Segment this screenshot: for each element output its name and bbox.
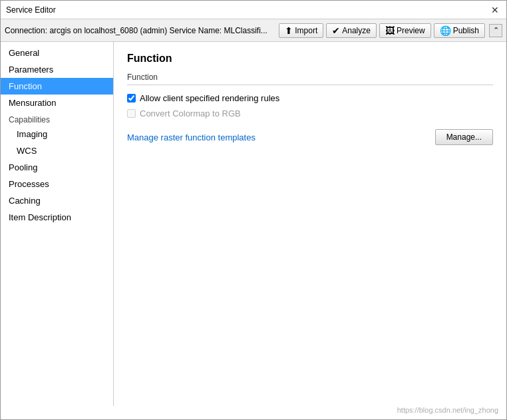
sidebar-item-imaging[interactable]: Imaging — [1, 126, 113, 142]
watermark: https://blog.csdn.net/ing_zhong — [397, 406, 498, 414]
preview-label: Preview — [397, 26, 425, 35]
sidebar-item-pooling[interactable]: Pooling — [1, 159, 113, 176]
allow-rendering-label[interactable]: Allow client specified rendering rules — [140, 93, 279, 103]
preview-icon: 🖼 — [385, 25, 395, 36]
window-title: Service Editor — [6, 5, 56, 15]
collapse-button[interactable]: ⌃ — [489, 24, 502, 37]
title-bar: Service Editor ✕ — [1, 1, 506, 19]
manage-row: Manage raster function templates Manage.… — [127, 129, 493, 145]
checkbox-row-2: Convert Colormap to RGB — [127, 108, 493, 118]
service-editor-window: Service Editor ✕ Connection: arcgis on l… — [0, 0, 507, 420]
section-label: Function — [127, 73, 493, 82]
sidebar-item-caching[interactable]: Caching — [1, 192, 113, 209]
toolbar: Connection: arcgis on localhost_6080 (ad… — [1, 19, 506, 42]
convert-colormap-label: Convert Colormap to RGB — [140, 108, 241, 118]
sidebar-item-item-description[interactable]: Item Description — [1, 209, 113, 226]
import-icon: ⬆ — [285, 25, 293, 36]
manage-raster-link[interactable]: Manage raster function templates — [127, 132, 255, 142]
main-content: Function Function Allow client specified… — [114, 42, 506, 406]
analyze-button[interactable]: ✔ Analyze — [326, 23, 377, 38]
publish-icon: 🌐 — [440, 25, 451, 36]
section-divider — [127, 85, 493, 85]
sidebar: General Parameters Function Mensuration … — [1, 42, 114, 406]
convert-colormap-checkbox[interactable] — [127, 109, 136, 118]
sidebar-item-general[interactable]: General — [1, 45, 113, 61]
publish-button[interactable]: 🌐 Publish — [434, 23, 485, 38]
footer: https://blog.csdn.net/ing_zhong — [1, 406, 506, 419]
connection-label: Connection: arcgis on localhost_6080 (ad… — [5, 26, 276, 35]
manage-button[interactable]: Manage... — [435, 129, 493, 145]
preview-button[interactable]: 🖼 Preview — [379, 23, 431, 38]
import-button[interactable]: ⬆ Import — [279, 23, 323, 38]
sidebar-item-wcs[interactable]: WCS — [1, 142, 113, 159]
close-button[interactable]: ✕ — [489, 4, 501, 16]
publish-label: Publish — [453, 26, 479, 35]
analyze-icon: ✔ — [332, 25, 340, 36]
sidebar-item-processes[interactable]: Processes — [1, 176, 113, 192]
page-title: Function — [127, 53, 493, 65]
checkbox-row-1: Allow client specified rendering rules — [127, 93, 493, 103]
sidebar-item-parameters[interactable]: Parameters — [1, 61, 113, 78]
analyze-label: Analyze — [342, 26, 371, 35]
sidebar-item-mensuration[interactable]: Mensuration — [1, 95, 113, 111]
capabilities-group-label: Capabilities — [1, 111, 113, 126]
import-label: Import — [295, 26, 317, 35]
sidebar-item-function[interactable]: Function — [1, 78, 113, 95]
content-area: General Parameters Function Mensuration … — [1, 42, 506, 406]
allow-rendering-checkbox[interactable] — [127, 94, 136, 103]
